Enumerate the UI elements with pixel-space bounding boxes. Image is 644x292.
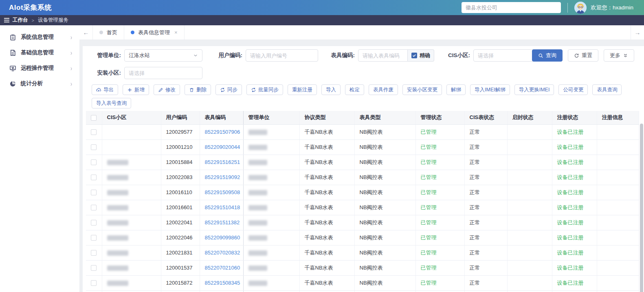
cell-mgmt: 已管理 — [415, 290, 464, 292]
row-checkbox[interactable] — [91, 280, 97, 286]
meter-code-link[interactable]: 852291511382 — [205, 219, 240, 226]
app-header: AIot采集系统 欢迎您：hxadmin — [0, 0, 644, 15]
meter-code-link[interactable]: 852291507906 — [205, 129, 240, 135]
cell-_cb — [86, 170, 102, 185]
toolbar-button-同步[interactable]: 同步 — [215, 84, 242, 95]
toolbar-button-导入更换IMEI[interactable]: 导入更换IMEI — [514, 84, 554, 95]
meter-code-link[interactable]: 852291510418 — [205, 204, 240, 210]
install-area-input[interactable] — [129, 70, 198, 76]
cell-user: 120016601 — [161, 200, 200, 215]
vertical-scrollbar[interactable] — [640, 124, 643, 292]
status-badge: 已管理 — [421, 189, 437, 195]
cell-cis_status: 正常 — [464, 275, 507, 290]
meter-code-link[interactable]: 852291516251 — [205, 159, 240, 165]
exact-match-checkbox[interactable] — [411, 53, 417, 58]
status-badge: 设备已注册 — [557, 265, 584, 271]
remote-control-icon — [9, 65, 16, 72]
cell-user: 120022046 — [161, 230, 200, 245]
row-checkbox[interactable] — [91, 220, 97, 226]
toolbar-button-表具作废[interactable]: 表具作废 — [369, 84, 398, 95]
cell-user: 120001210 — [161, 139, 200, 155]
status-badge: 已管理 — [421, 144, 437, 150]
toolbar-button-删除[interactable]: 删除 — [185, 84, 211, 95]
tabs-scroll-left-icon[interactable]: ← — [79, 25, 93, 40]
search-button[interactable]: 查询 — [532, 49, 563, 62]
cell-user: 120015884 — [161, 155, 200, 170]
sidebar-menu: 系统信息管理›基础信息管理›远程操作管理›统计分析› — [0, 25, 79, 91]
toolbar-button-修改[interactable]: 修改 — [154, 84, 180, 95]
cell-cis — [102, 215, 161, 230]
cell-meter_type: NB阀控表 — [354, 275, 415, 290]
meter-code-link[interactable]: 852209020044 — [205, 144, 240, 150]
cell-cis — [102, 230, 161, 245]
tabs-scroll-right-icon[interactable]: → — [631, 25, 644, 40]
cell-meter_type: NB阀控表 — [354, 290, 415, 292]
row-checkbox[interactable] — [91, 265, 97, 271]
toolbar-button-导出[interactable]: 导出 — [92, 84, 118, 95]
clipboard-icon — [9, 34, 16, 41]
tab-首页[interactable]: 首页 — [93, 25, 124, 40]
meter-code-link[interactable]: 852207021060 — [205, 265, 240, 271]
cell-org — [243, 275, 299, 290]
tab-表具信息管理[interactable]: 表具信息管理× — [124, 25, 185, 40]
table-row: 120015872852291508345千嘉NB水表NB阀控表已管理正常设备已… — [86, 275, 639, 290]
row-checkbox[interactable] — [91, 250, 97, 256]
cell-mgmt: 已管理 — [415, 245, 464, 260]
row-checkbox[interactable] — [91, 235, 97, 241]
avatar[interactable] — [574, 2, 587, 14]
select-all-checkbox[interactable] — [91, 115, 97, 121]
toolbar-button-批量同步[interactable]: 批量同步 — [246, 84, 283, 95]
sidebar-item-pie-chart[interactable]: 统计分析› — [0, 76, 79, 91]
close-icon[interactable]: × — [174, 29, 178, 35]
toolbar-button-导入IMEI解绑[interactable]: 导入IMEI解绑 — [470, 84, 510, 95]
toolbar-button-检定[interactable]: 检定 — [345, 84, 364, 95]
cell-meter_type: NB阀控表 — [354, 155, 415, 170]
hamburger-icon[interactable] — [4, 18, 9, 22]
cis-area-input[interactable] — [478, 53, 540, 59]
sidebar-item-remote-control[interactable]: 远程操作管理› — [0, 60, 79, 76]
more-button[interactable]: 更多 — [604, 49, 634, 62]
meter-code-link[interactable]: 852291519092 — [205, 174, 240, 180]
row-checkbox[interactable] — [91, 159, 97, 165]
chevron-down-icon — [193, 53, 198, 58]
meter-code-link[interactable]: 852209099860 — [205, 234, 240, 241]
row-checkbox[interactable] — [91, 175, 97, 180]
status-badge: 设备已注册 — [557, 174, 584, 180]
toolbar-button-解绑[interactable]: 解绑 — [446, 84, 466, 95]
row-checkbox[interactable] — [91, 129, 97, 135]
cell-reg_info — [597, 245, 639, 260]
cell-seal — [507, 260, 552, 275]
row-checkbox[interactable] — [91, 144, 97, 150]
cell-_cb — [86, 155, 102, 170]
toolbar-button-重新注册[interactable]: 重新注册 — [288, 84, 317, 95]
cell-user: 120015872 — [161, 275, 200, 290]
reset-button[interactable]: 重置 — [568, 49, 598, 62]
status-badge: 设备已注册 — [557, 129, 584, 135]
meter-code-input[interactable] — [363, 53, 403, 59]
cell-cis — [102, 185, 161, 200]
unit-select[interactable]: 江洛水站 — [124, 49, 202, 62]
toolbar-button-公司变更[interactable]: 公司变更 — [558, 84, 588, 95]
toolbar-button-安装小区变更[interactable]: 安装小区变更 — [402, 84, 442, 95]
status-badge: 设备已注册 — [557, 219, 584, 226]
cell-_cb — [86, 139, 102, 155]
toolbar-button-导入表号查询[interactable]: 导入表号查询 — [92, 98, 131, 108]
cell-mgmt: 已管理 — [415, 170, 464, 185]
filter-row-2: 安装小区: — [83, 67, 644, 79]
toolbar-button-导入[interactable]: 导入 — [321, 84, 341, 95]
row-checkbox[interactable] — [91, 190, 97, 195]
toolbar-button-新增[interactable]: 新增 — [123, 84, 149, 95]
redacted-text — [107, 190, 128, 195]
breadcrumb-home[interactable]: 工作台 — [13, 17, 28, 24]
cell-cis_status: 正常 — [464, 215, 507, 230]
column-header-meter_type: 表具类型 — [354, 111, 415, 124]
meter-code-link[interactable]: 852291509508 — [205, 189, 240, 195]
user-code-input[interactable] — [250, 53, 314, 59]
sidebar-item-clipboard[interactable]: 系统信息管理› — [0, 29, 79, 45]
toolbar-button-表具查询[interactable]: 表具查询 — [592, 84, 622, 95]
sidebar-item-document[interactable]: 基础信息管理› — [0, 45, 79, 60]
row-checkbox[interactable] — [91, 205, 97, 210]
company-search-input[interactable] — [462, 2, 561, 13]
meter-code-link[interactable]: 852291508345 — [205, 280, 240, 286]
meter-code-link[interactable]: 852207020832 — [205, 250, 240, 256]
